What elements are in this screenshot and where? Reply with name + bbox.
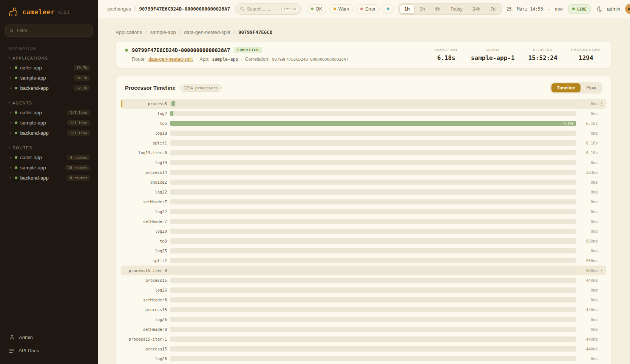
- timeline-track: [170, 229, 576, 234]
- timeline-row[interactable]: process15-iter-0960ms⋮: [121, 266, 606, 275]
- timeline-row[interactable]: log250ms⋮: [121, 246, 606, 256]
- view-flow-button[interactable]: Flow: [581, 83, 601, 92]
- filter-chip-warn[interactable]: Warn: [329, 4, 353, 14]
- row-duration: 440ms: [576, 278, 598, 283]
- timeline-row[interactable]: log19-iter-06.18s⋮: [121, 148, 606, 158]
- timeline-row[interactable]: process15-iter-1440ms⋮: [121, 334, 606, 344]
- filter-chip-error[interactable]: Error: [356, 4, 380, 14]
- processor-label: to9: [122, 239, 170, 243]
- docs-icon: [9, 349, 14, 353]
- timeline-row[interactable]: choice20ms⋮: [121, 177, 606, 187]
- sidebar-item-backend-app[interactable]: ▸backend-app1/1 live: [5, 128, 93, 138]
- sidebar-item-caller-app[interactable]: ▸caller-app4 routes: [5, 152, 93, 163]
- stat-value: 1294: [579, 54, 593, 61]
- timeline-row[interactable]: log260ms⋮: [121, 285, 606, 295]
- row-duration: 960ms: [576, 258, 598, 263]
- sidebar-section-header[interactable]: ▾ROUTES: [5, 144, 93, 152]
- chevron-right-icon: ▸: [10, 66, 12, 69]
- sidebar-item-backend-app[interactable]: ▸backend-app6 routes: [5, 173, 93, 183]
- live-toggle[interactable]: LIVE: [568, 4, 591, 14]
- sidebar-item-sample-app[interactable]: ▸sample-app16 routes: [5, 163, 93, 173]
- timeline-track: [170, 101, 576, 106]
- time-range-3h[interactable]: 3h: [415, 5, 430, 14]
- sidebar-item-backend-app[interactable]: ▸backend-app32.2k: [5, 83, 93, 93]
- global-search[interactable]: Ctrl+K: [235, 3, 302, 15]
- filter-chip-extra[interactable]: [383, 4, 394, 14]
- status-dot: [15, 66, 17, 69]
- timeline-row[interactable]: process15440ms⋮: [121, 305, 606, 315]
- timeline-row[interactable]: process15440ms⋮: [121, 344, 606, 354]
- timeline-row[interactable]: log220ms⋮: [121, 207, 606, 217]
- timeline-track: [170, 346, 576, 352]
- selection-marker: [121, 100, 122, 108]
- timeline-row[interactable]: process60ms⋮: [121, 99, 606, 109]
- range-start: 25. März 14:53: [506, 6, 543, 12]
- admin-link[interactable]: Admin: [5, 332, 93, 343]
- timeline-row[interactable]: log70ms⋮: [121, 109, 606, 118]
- timeline-row[interactable]: log220ms⋮: [121, 187, 606, 197]
- timeline-row[interactable]: log260ms⋮: [121, 354, 606, 364]
- dark-mode-toggle[interactable]: [596, 6, 602, 12]
- timeline-row[interactable]: log200ms⋮: [121, 226, 606, 236]
- sidebar-item-caller-app[interactable]: ▸caller-app1/1 live: [5, 108, 93, 118]
- filter-input[interactable]: [17, 28, 89, 33]
- timeline-row[interactable]: setHeader70ms⋮: [121, 197, 606, 207]
- sidebar-item-badge: 1/1 live: [67, 130, 90, 136]
- breadcrumb-sample-app[interactable]: sample-app: [150, 29, 176, 35]
- status-dot: [15, 87, 17, 89]
- timeline-title: Processor Timeline: [125, 85, 176, 91]
- view-timeline-button[interactable]: Timeline: [551, 83, 580, 92]
- processor-label: log7: [122, 111, 170, 116]
- sidebar-section-header[interactable]: ▾APPLICATIONS: [5, 54, 93, 63]
- timeline-track: [170, 111, 576, 116]
- timeline-row[interactable]: split16.18s⋮: [121, 138, 606, 148]
- time-range-6h[interactable]: 6h: [430, 5, 445, 14]
- time-range-24h[interactable]: 24h: [468, 5, 485, 14]
- route-link[interactable]: data-gen-nested-split: [148, 57, 193, 62]
- time-range-7d[interactable]: 7d: [486, 5, 500, 14]
- timeline-track: [170, 317, 576, 322]
- timeline-row[interactable]: process14383ms⋮: [121, 167, 606, 177]
- time-range-today[interactable]: Today: [446, 5, 468, 14]
- time-range-1h[interactable]: 1h: [400, 5, 415, 14]
- breadcrumb-applications[interactable]: Applications: [116, 29, 142, 35]
- exchange-id: 90799F47E6CD24D-00000000000028A7: [132, 47, 230, 53]
- sidebar-section-label: APPLICATIONS: [12, 56, 48, 60]
- timeline-row[interactable]: to9960ms⋮: [121, 236, 606, 246]
- api-docs-link[interactable]: API Docs: [5, 345, 93, 356]
- timeline-row[interactable]: log190ms⋮: [121, 158, 606, 167]
- sidebar-item-caller-app[interactable]: ▸caller-app10.7k: [5, 63, 93, 73]
- sidebar-section-header[interactable]: ▾AGENTS: [5, 99, 93, 108]
- sidebar-item-label: sample-app: [20, 165, 46, 170]
- breadcrumb-route[interactable]: data-gen-nested-split: [184, 29, 230, 35]
- row-duration: 440ms: [576, 307, 598, 312]
- timeline-row[interactable]: setHeader80ms⋮: [121, 324, 606, 334]
- timeline-row[interactable]: setHeader70ms⋮: [121, 217, 606, 226]
- avatar[interactable]: AD: [625, 4, 630, 14]
- row-menu-icon[interactable]: ⋮: [598, 268, 605, 273]
- processor-label: log25: [122, 249, 170, 253]
- status-dot: [125, 49, 128, 52]
- timeline-row[interactable]: to56.18s6.18s⋮: [121, 118, 606, 128]
- timeline-row[interactable]: split2960ms⋮: [121, 256, 606, 266]
- row-menu-icon[interactable]: ⋮: [598, 101, 605, 106]
- timeline-track: [170, 327, 576, 332]
- processor-label: split1: [122, 141, 170, 145]
- stat-label: DURATION: [435, 48, 457, 52]
- sidebar-item-sample-app[interactable]: ▸sample-app1/1 live: [5, 118, 93, 128]
- filter-chip-ok[interactable]: OK: [307, 4, 326, 14]
- date-range[interactable]: 25. März 14:53 — now: [506, 6, 563, 12]
- timeline-row[interactable]: log260ms⋮: [121, 315, 606, 324]
- breadcrumb-exchanges-link[interactable]: exchanges: [107, 6, 131, 12]
- sidebar-section-applications: ▾APPLICATIONS▸caller-app10.7k▸sample-app…: [5, 54, 93, 93]
- timeline-row[interactable]: setHeader80ms⋮: [121, 295, 606, 305]
- app-logo[interactable]: cameleer v3.2.1: [5, 7, 93, 17]
- admin-icon: [9, 335, 15, 340]
- processor-label: setHeader7: [122, 200, 170, 204]
- search-input[interactable]: [247, 6, 279, 12]
- timeline-row[interactable]: log180ms⋮: [121, 128, 606, 138]
- camel-logo-icon: [8, 7, 19, 17]
- timeline-row[interactable]: process15440ms⋮: [121, 275, 606, 285]
- sidebar-item-sample-app[interactable]: ▸sample-app84.1k: [5, 73, 93, 83]
- chevron-right-icon: ▸: [10, 156, 12, 159]
